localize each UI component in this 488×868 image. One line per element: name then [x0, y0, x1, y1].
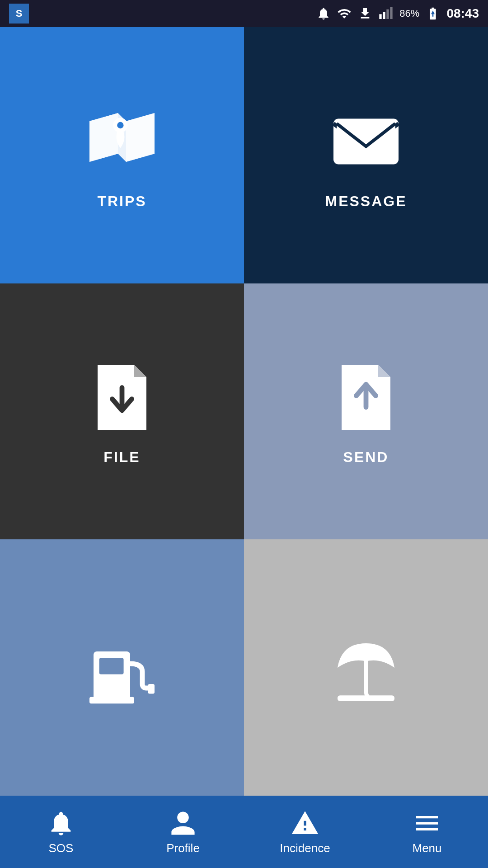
bottom-nav: SOS Profile Incidence Menu: [0, 796, 488, 868]
status-bar: S 86% 08:43: [0, 0, 488, 27]
main-grid: TRIPS MESSAGE FILE: [0, 27, 488, 796]
message-tile[interactable]: MESSAGE: [244, 27, 488, 283]
file-download-icon: [81, 357, 163, 438]
svg-point-5: [117, 122, 123, 128]
nav-incidence[interactable]: Incidence: [244, 809, 366, 855]
incidence-icon: [291, 809, 319, 838]
svg-rect-1: [383, 12, 385, 19]
svg-rect-2: [387, 9, 389, 19]
trips-label: TRIPS: [97, 193, 146, 210]
trips-icon: [81, 101, 163, 182]
app-icon: S: [9, 4, 29, 24]
sos-label: SOS: [49, 841, 74, 855]
download-icon: [358, 6, 372, 21]
svg-rect-13: [338, 695, 394, 701]
nav-profile[interactable]: Profile: [122, 809, 244, 855]
clock-time: 08:43: [446, 6, 479, 21]
battery-percent: 86%: [399, 8, 419, 19]
svg-rect-3: [390, 7, 393, 19]
file-label: FILE: [103, 449, 140, 466]
fuel-tile[interactable]: [0, 539, 244, 796]
profile-label: Profile: [166, 841, 200, 855]
nav-sos[interactable]: SOS: [0, 809, 122, 855]
menu-icon: [413, 809, 441, 838]
sos-bell-icon: [47, 809, 75, 838]
status-icons: 86% 08:43: [316, 6, 479, 21]
nav-menu[interactable]: Menu: [366, 809, 488, 855]
fuel-icon: [81, 627, 163, 708]
alarm-icon: [316, 6, 331, 21]
send-icon: [325, 357, 407, 438]
svg-rect-9: [99, 658, 124, 674]
send-label: SEND: [343, 449, 389, 466]
svg-rect-0: [380, 14, 382, 19]
menu-label: Menu: [412, 841, 441, 855]
trips-tile[interactable]: TRIPS: [0, 27, 244, 283]
svg-rect-7: [337, 122, 395, 163]
vacation-tile[interactable]: [244, 539, 488, 796]
battery-icon: [426, 6, 440, 21]
vacation-icon: [325, 627, 407, 708]
svg-rect-10: [89, 697, 134, 703]
message-icon: [325, 101, 407, 182]
wifi-icon: [337, 6, 352, 21]
profile-icon: [169, 809, 197, 838]
message-label: MESSAGE: [325, 193, 407, 210]
incidence-label: Incidence: [280, 841, 330, 855]
file-tile[interactable]: FILE: [0, 283, 244, 540]
svg-rect-11: [148, 684, 155, 694]
send-tile[interactable]: SEND: [244, 283, 488, 540]
signal-icon: [379, 6, 393, 21]
